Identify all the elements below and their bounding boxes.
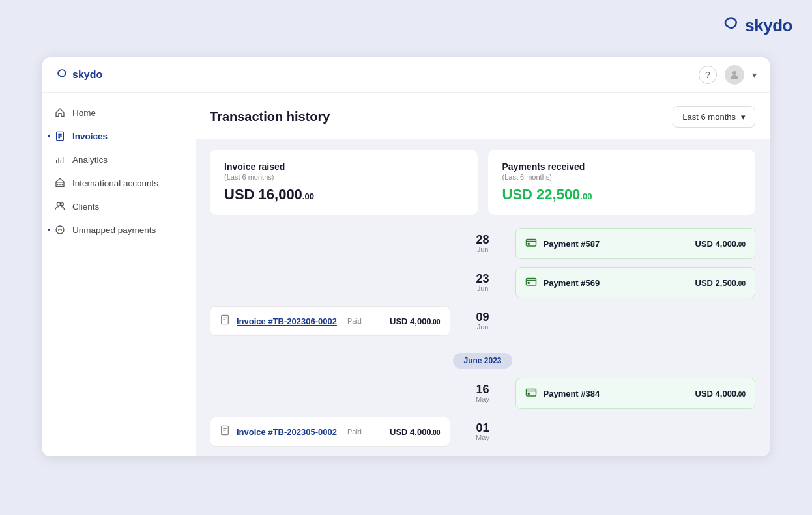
invoice-202306-0002-card: Invoice #TB-202306-0002 Paid USD 4,000.0… bbox=[210, 306, 450, 336]
payments-received-sublabel: (Last 6 months) bbox=[502, 173, 742, 181]
timeline-row-jun28: 28 Jun Payment #58 bbox=[210, 228, 755, 259]
payments-received-label: Payments received bbox=[502, 161, 742, 172]
date-month-may16: May bbox=[476, 395, 489, 403]
active-indicator bbox=[48, 135, 50, 137]
row-right-may16: Payment #384 USD 4,000.00 bbox=[509, 378, 756, 409]
date-marker-jun23: 23 Jun bbox=[457, 273, 509, 292]
payment-587-card: Payment #587 USD 4,000.00 bbox=[515, 228, 756, 259]
topbar-chevron-icon[interactable]: ▾ bbox=[752, 70, 757, 80]
payment-384-label: Payment #384 bbox=[544, 389, 689, 398]
timeline-row-jun23: 23 Jun Payment #56 bbox=[210, 267, 755, 298]
timeline-row-may16: 16 May Payment #38 bbox=[210, 378, 755, 409]
svg-point-14 bbox=[57, 202, 60, 206]
invoice-202306-0002-icon bbox=[220, 314, 230, 327]
invoice-raised-card: Invoice raised (Last 6 months) USD 16,00… bbox=[210, 150, 478, 215]
timeline-row-may01: Invoice #TB-202305-0002 Paid USD 4,000.0… bbox=[210, 417, 755, 447]
sidebar-item-home[interactable]: Home bbox=[42, 101, 196, 124]
sidebar-item-international-accounts-label: International accounts bbox=[72, 178, 158, 188]
svg-point-25 bbox=[528, 282, 529, 283]
date-day-jun23: 23 bbox=[476, 273, 489, 285]
help-button[interactable]: ? bbox=[699, 66, 717, 84]
brand-logo: skydo bbox=[721, 13, 792, 38]
date-marker-may01: 01 May bbox=[457, 422, 509, 441]
invoice-202305-0002-card: Invoice #TB-202305-0002 Paid USD 4,000.0… bbox=[210, 417, 450, 447]
invoice-raised-amount: USD 16,000.00 bbox=[224, 186, 463, 203]
date-day-jun09: 09 bbox=[476, 311, 489, 323]
payment-384-amount: USD 4,000.00 bbox=[695, 389, 746, 398]
payments-received-card: Payments received (Last 6 months) USD 22… bbox=[488, 150, 756, 215]
brand-logo-icon bbox=[721, 13, 742, 38]
topbar-right: ? ▾ bbox=[699, 65, 757, 85]
topbar-logo-icon bbox=[55, 66, 70, 83]
svg-marker-10 bbox=[55, 178, 64, 182]
payment-569-icon bbox=[525, 275, 537, 290]
month-divider-june2023: June 2023 bbox=[210, 353, 755, 369]
invoice-raised-label: Invoice raised bbox=[224, 161, 463, 172]
row-left-may01: Invoice #TB-202305-0002 Paid USD 4,000.0… bbox=[210, 417, 457, 447]
svg-point-22 bbox=[528, 243, 529, 244]
row-right-jun28: Payment #587 USD 4,000.00 bbox=[509, 228, 756, 259]
date-marker-jun09: 09 Jun bbox=[457, 311, 509, 331]
invoice-202306-0002-link[interactable]: Invoice #TB-202306-0002 bbox=[237, 316, 337, 326]
svg-rect-20 bbox=[526, 240, 536, 247]
top-bar: skydo ? ▾ bbox=[42, 57, 770, 93]
sidebar-item-clients[interactable]: Clients bbox=[42, 195, 196, 218]
svg-rect-23 bbox=[526, 279, 536, 286]
sidebar-item-analytics[interactable]: Analytics bbox=[42, 148, 196, 171]
tx-history-header: Transaction history Last 6 months ▾ bbox=[196, 93, 770, 139]
date-month-jun23: Jun bbox=[477, 285, 489, 292]
sidebar-item-international-accounts[interactable]: International accounts bbox=[42, 171, 196, 195]
sidebar-item-clients-label: Clients bbox=[72, 202, 99, 212]
page-title: Transaction history bbox=[210, 109, 330, 124]
timeline-area: Invoice raised (Last 6 months) USD 16,00… bbox=[196, 139, 770, 456]
payment-569-amount: USD 2,500.00 bbox=[695, 278, 746, 288]
month-badge-june2023: June 2023 bbox=[453, 353, 512, 369]
invoice-202306-0002-amount: USD 4,000.00 bbox=[390, 316, 441, 326]
invoice-202305-0002-status: Paid bbox=[347, 428, 362, 436]
date-day-may16: 16 bbox=[476, 383, 489, 395]
invoice-raised-sublabel: (Last 6 months) bbox=[224, 173, 463, 181]
app-container: skydo ? ▾ Home bbox=[42, 57, 770, 456]
svg-point-0 bbox=[732, 71, 736, 75]
row-right-jun23: Payment #569 USD 2,500.00 bbox=[509, 267, 756, 298]
sidebar-item-analytics-label: Analytics bbox=[72, 155, 108, 165]
invoice-202306-0002-status: Paid bbox=[347, 317, 362, 325]
svg-rect-29 bbox=[526, 389, 536, 397]
invoices-icon bbox=[54, 130, 66, 142]
timeline-row-jun09: Invoice #TB-202306-0002 Paid USD 4,000.0… bbox=[210, 306, 755, 336]
avatar[interactable] bbox=[725, 65, 744, 85]
main-body: Home Invoices bbox=[42, 93, 770, 456]
invoice-202305-0002-icon bbox=[220, 425, 230, 438]
bank-icon bbox=[54, 177, 66, 189]
sidebar-item-home-label: Home bbox=[72, 108, 96, 118]
date-day-jun28: 28 bbox=[476, 234, 489, 245]
filter-chevron-icon: ▾ bbox=[741, 112, 746, 122]
date-marker-may16: 16 May bbox=[457, 383, 509, 403]
analytics-icon bbox=[54, 154, 66, 165]
invoice-202305-0002-link[interactable]: Invoice #TB-202305-0002 bbox=[237, 427, 337, 437]
date-month-jun09: Jun bbox=[477, 323, 489, 331]
topbar-logo-text: skydo bbox=[72, 69, 102, 81]
home-icon bbox=[54, 107, 66, 118]
svg-point-31 bbox=[528, 393, 529, 394]
brand-logo-text: skydo bbox=[745, 16, 792, 36]
summary-row: Invoice raised (Last 6 months) USD 16,00… bbox=[210, 150, 755, 215]
sidebar-item-unmapped-payments[interactable]: Unmapped payments bbox=[42, 218, 196, 242]
payments-received-amount: USD 22,500.00 bbox=[502, 186, 742, 203]
filter-label: Last 6 months bbox=[682, 112, 736, 122]
unmapped-icon bbox=[54, 224, 66, 236]
date-month-may01: May bbox=[476, 434, 489, 441]
payment-569-label: Payment #569 bbox=[544, 278, 689, 288]
date-month-jun28: Jun bbox=[477, 245, 489, 253]
date-day-may01: 01 bbox=[476, 422, 489, 434]
filter-dropdown[interactable]: Last 6 months ▾ bbox=[673, 106, 755, 128]
topbar-logo: skydo bbox=[55, 66, 102, 83]
payment-569-card: Payment #569 USD 2,500.00 bbox=[515, 267, 756, 298]
sidebar-item-invoices[interactable]: Invoices bbox=[42, 124, 196, 148]
payment-587-label: Payment #587 bbox=[544, 239, 689, 249]
svg-point-15 bbox=[61, 203, 63, 206]
clients-icon bbox=[54, 201, 66, 212]
row-left-jun09: Invoice #TB-202306-0002 Paid USD 4,000.0… bbox=[210, 306, 457, 336]
invoice-202305-0002-amount: USD 4,000.00 bbox=[390, 427, 441, 437]
payment-384-icon bbox=[525, 386, 537, 400]
